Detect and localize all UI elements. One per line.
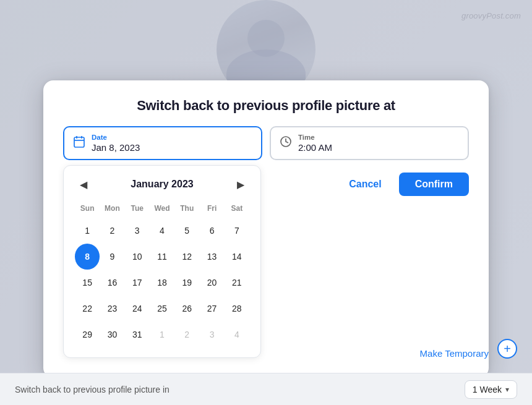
calendar-day[interactable]: 18 [150,270,174,296]
calendar-day[interactable]: 4 [225,322,249,347]
date-field-content: Date Jan 8, 2023 [92,134,140,153]
calendar-day[interactable]: 6 [199,218,224,244]
calendar-day[interactable]: 25 [150,296,174,322]
calendar-day[interactable]: 14 [225,244,249,270]
calendar-day[interactable]: 7 [225,218,249,244]
calendar-day[interactable]: 29 [75,322,100,347]
svg-rect-0 [74,137,84,147]
time-value: 2:00 AM [298,142,332,153]
calendar-day[interactable]: 24 [125,296,150,322]
clock-icon [280,135,292,151]
calendar-day[interactable]: 15 [75,270,100,296]
calendar-day[interactable]: 11 [150,244,174,270]
calendar-day[interactable]: 5 [174,218,199,244]
week-label: 1 Week [473,385,502,394]
next-month-button[interactable]: ▶ [232,176,249,193]
calendar-day[interactable]: 19 [174,270,199,296]
modal: Switch back to previous profile picture … [43,80,489,378]
calendar-day[interactable]: 17 [125,270,150,296]
time-label: Time [298,134,332,141]
calendar-day[interactable]: 8 [75,244,100,270]
calendar-day[interactable]: 3 [125,218,150,244]
calendar-day[interactable]: 9 [100,244,124,270]
calendar-day[interactable]: 1 [150,322,174,347]
add-button[interactable]: + [497,339,517,359]
weekday-sun: Sun [75,202,100,218]
weekday-tue: Tue [125,202,150,218]
calendar-and-actions: ◀ January 2023 ▶ Sun Mon Tue Wed Thu Fri [63,163,469,358]
weekday-fri: Fri [199,202,224,218]
weekday-wed: Wed [150,202,174,218]
calendar-day[interactable]: 22 [75,296,100,322]
calendar-header: ◀ January 2023 ▶ [75,176,249,193]
action-buttons: Cancel Confirm [339,173,469,196]
confirm-button[interactable]: Confirm [399,173,469,196]
calendar-grid: Sun Mon Tue Wed Thu Fri Sat 123456789101… [75,202,249,347]
calendar-icon [73,135,85,151]
chevron-down-icon: ▾ [505,385,509,394]
calendar-day[interactable]: 30 [100,322,124,347]
calendar-day[interactable]: 10 [125,244,150,270]
modal-title: Switch back to previous profile picture … [63,98,469,114]
date-label: Date [92,134,140,141]
calendar-day[interactable]: 2 [100,218,124,244]
fields-row: Date Jan 8, 2023 Time 2:00 AM [63,126,469,160]
weekday-thu: Thu [174,202,199,218]
calendar-day[interactable]: 12 [174,244,199,270]
make-temporary-link[interactable]: Make Temporary [420,348,489,359]
date-value: Jan 8, 2023 [92,142,140,153]
calendar-day[interactable]: 27 [199,296,224,322]
calendar-month-year: January 2023 [131,179,193,190]
calendar-day[interactable]: 20 [199,270,224,296]
calendar-day[interactable]: 23 [100,296,124,322]
calendar-day[interactable]: 26 [174,296,199,322]
calendar-day[interactable]: 21 [225,270,249,296]
cancel-button[interactable]: Cancel [339,173,391,196]
actions-area: Cancel Confirm [261,163,469,196]
calendar-day[interactable]: 28 [225,296,249,322]
calendar-day[interactable]: 2 [174,322,199,347]
calendar-day[interactable]: 1 [75,218,100,244]
bottom-text: Switch back to previous profile picture … [15,385,169,394]
calendar: ◀ January 2023 ▶ Sun Mon Tue Wed Thu Fri [63,165,261,358]
calendar-day[interactable]: 16 [100,270,124,296]
time-field[interactable]: Time 2:00 AM [270,126,469,160]
time-field-content: Time 2:00 AM [298,134,332,153]
calendar-day[interactable]: 13 [199,244,224,270]
modal-wrapper: Switch back to previous profile picture … [43,80,489,378]
calendar-day[interactable]: 4 [150,218,174,244]
weekday-sat: Sat [225,202,249,218]
weekday-mon: Mon [100,202,124,218]
calendar-day[interactable]: 3 [199,322,224,347]
bottom-bar: Switch back to previous profile picture … [0,373,532,405]
date-field[interactable]: Date Jan 8, 2023 [63,126,262,160]
prev-month-button[interactable]: ◀ [75,176,92,193]
calendar-day[interactable]: 31 [125,322,150,347]
week-selector[interactable]: 1 Week ▾ [465,380,517,399]
